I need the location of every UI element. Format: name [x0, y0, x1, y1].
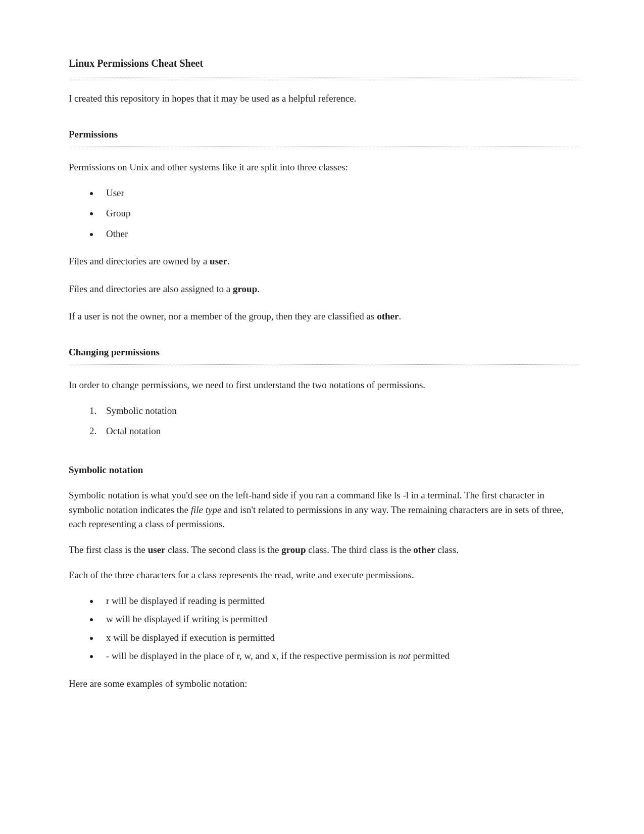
changing-permissions-intro: In order to change permissions, we need … [69, 378, 578, 393]
list-item: x will be displayed if execution is perm… [99, 631, 578, 645]
permissions-intro: Permissions on Unix and other systems li… [69, 160, 578, 175]
owned-by-user-paragraph: Files and directories are owned by a use… [69, 254, 578, 269]
symbolic-notation-heading: Symbolic notation [69, 463, 578, 478]
doc-title: Linux Permissions Cheat Sheet [69, 56, 578, 77]
intro-paragraph: I created this repository in hopes that … [69, 91, 578, 106]
list-item: - will be displayed in the place of r, w… [99, 649, 578, 664]
notation-list: Symbolic notation Octal notation [99, 404, 578, 439]
list-item: w will be displayed if writing is permit… [99, 612, 578, 627]
symbolic-intro-paragraph: Symbolic notation is what you'd see on t… [69, 488, 578, 532]
permissions-classes-list: User Group Other [99, 186, 578, 242]
rwx-list: r will be displayed if reading is permit… [99, 594, 578, 664]
list-item: Octal notation [99, 424, 578, 439]
permissions-heading: Permissions [69, 127, 578, 148]
symbolic-classes-paragraph: The first class is the user class. The s… [69, 543, 578, 558]
list-item: Group [99, 206, 578, 221]
changing-permissions-heading: Changing permissions [69, 345, 578, 365]
list-item: Other [99, 227, 578, 242]
classified-as-other-paragraph: If a user is not the owner, nor a member… [69, 309, 578, 324]
symbolic-examples-intro: Here are some examples of symbolic notat… [69, 677, 578, 691]
symbolic-rwx-paragraph: Each of the three characters for a class… [69, 568, 578, 583]
list-item: Symbolic notation [99, 404, 578, 419]
list-item: r will be displayed if reading is permit… [99, 594, 578, 609]
assigned-to-group-paragraph: Files and directories are also assigned … [69, 282, 578, 297]
list-item: User [99, 186, 578, 201]
